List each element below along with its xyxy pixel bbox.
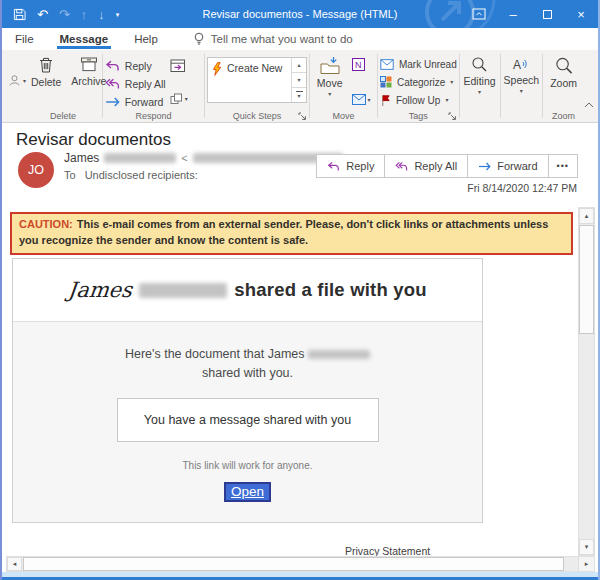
gallery-scroll-down[interactable]: ▾ bbox=[292, 73, 306, 88]
rules-button[interactable]: ▾ bbox=[352, 94, 371, 105]
quick-steps-group-label: Quick Steps bbox=[205, 111, 309, 121]
tab-file[interactable]: File bbox=[2, 30, 47, 49]
save-icon[interactable] bbox=[13, 8, 26, 21]
scroll-up-button[interactable]: ▴ bbox=[579, 208, 594, 224]
editing-button[interactable]: Editing ▾ bbox=[459, 55, 501, 96]
vertical-scroll-thumb[interactable] bbox=[579, 225, 594, 334]
ribbon-tab-row: File Message Help Tell me what you want … bbox=[2, 28, 598, 50]
tab-message[interactable]: Message bbox=[47, 30, 122, 49]
dialog-launcher-icon[interactable] bbox=[298, 112, 307, 121]
header-reply-all-label: Reply All bbox=[414, 160, 457, 172]
delete-label: Delete bbox=[31, 76, 61, 88]
redacted-sender-surname bbox=[104, 153, 176, 163]
redacted-heading-name bbox=[139, 283, 227, 298]
forward-button[interactable]: Forward bbox=[105, 93, 166, 111]
gallery-more-button[interactable]: ▾ bbox=[292, 88, 306, 102]
header-reply-label: Reply bbox=[346, 160, 374, 172]
header-reply-all-button[interactable]: Reply All bbox=[384, 154, 468, 178]
share-card: Here's the document that James shared wi… bbox=[13, 321, 482, 522]
recipients-value[interactable]: Undisclosed recipients: bbox=[85, 169, 198, 181]
mark-unread-label: Mark Unread bbox=[399, 59, 457, 70]
move-button[interactable]: Move ▾ bbox=[312, 55, 348, 98]
window-controls: – × bbox=[462, 0, 598, 28]
mark-unread-button[interactable]: Mark Unread bbox=[380, 55, 457, 73]
reply-icon bbox=[105, 60, 120, 72]
ribbon-display-options-button[interactable] bbox=[462, 0, 496, 28]
zoom-magnifier-icon bbox=[554, 56, 574, 75]
scroll-down-button[interactable]: ▾ bbox=[579, 539, 594, 555]
quick-steps-group: Create New ▴ ▾ ▾ Quick Steps bbox=[205, 50, 309, 122]
reply-icon bbox=[327, 161, 340, 172]
outlook-message-window: { "titlebar": { "title": "Revisar docume… bbox=[0, 0, 600, 580]
more-respond-actions-button[interactable]: ▾ bbox=[170, 93, 188, 105]
header-reply-button[interactable]: Reply bbox=[316, 154, 385, 178]
delete-button[interactable]: Delete bbox=[26, 55, 66, 89]
meeting-button[interactable] bbox=[170, 58, 188, 73]
message-header: Revisar documentos JO James < > To Undis… bbox=[2, 123, 598, 207]
header-forward-label: Forward bbox=[497, 160, 537, 172]
quick-access-toolbar: ↶ ↷ ↑ ↓ ▾ bbox=[2, 8, 119, 21]
rules-envelope-icon bbox=[352, 94, 366, 105]
caution-prefix: CAUTION: bbox=[19, 218, 73, 230]
archive-icon bbox=[80, 56, 98, 73]
editing-magnifier-icon bbox=[471, 56, 488, 73]
move-group-label: Move bbox=[310, 111, 377, 121]
speech-group: A Speech ▾ bbox=[500, 50, 542, 122]
ignore-group-collapsed: ▾ bbox=[6, 50, 24, 122]
undo-icon[interactable]: ↶ bbox=[37, 8, 48, 21]
onenote-icon: N bbox=[352, 58, 365, 71]
reply-all-button[interactable]: Reply All bbox=[105, 75, 166, 93]
create-new-quick-step[interactable]: Create New bbox=[208, 58, 291, 102]
share-actions-icon bbox=[170, 93, 183, 105]
zoom-button[interactable]: Zoom bbox=[545, 55, 582, 90]
move-down-icon: ↓ bbox=[98, 8, 105, 21]
create-new-label: Create New bbox=[227, 62, 282, 74]
close-button[interactable]: × bbox=[564, 0, 598, 28]
svg-text:A: A bbox=[513, 58, 521, 72]
heading-text: shared a file with you bbox=[234, 279, 427, 301]
sender-name[interactable]: James bbox=[64, 151, 99, 165]
maximize-icon bbox=[543, 10, 552, 19]
move-label: Move bbox=[317, 77, 343, 89]
forward-icon bbox=[478, 162, 491, 171]
scroll-left-icon: ◂ bbox=[13, 560, 17, 568]
horizontal-scroll-thumb[interactable] bbox=[23, 557, 564, 571]
dialog-launcher-icon[interactable] bbox=[448, 112, 457, 121]
customize-qat-icon[interactable]: ▾ bbox=[116, 11, 120, 18]
open-link[interactable]: Open bbox=[224, 482, 271, 502]
reply-button[interactable]: Reply bbox=[105, 57, 166, 75]
scroll-up-icon: ▴ bbox=[297, 62, 300, 68]
quick-steps-gallery: Create New ▴ ▾ ▾ bbox=[207, 57, 307, 103]
collapse-ribbon-button[interactable] bbox=[584, 102, 594, 108]
chevron-down-icon: ▾ bbox=[445, 97, 448, 103]
scroll-right-button[interactable]: ▸ bbox=[578, 556, 595, 572]
sender-avatar[interactable]: JO bbox=[18, 152, 54, 188]
maximize-button[interactable] bbox=[530, 0, 564, 28]
header-forward-button[interactable]: Forward bbox=[467, 154, 548, 178]
vertical-scrollbar[interactable]: ▴ ▾ bbox=[578, 207, 595, 556]
gallery-scroll-up[interactable]: ▴ bbox=[292, 58, 306, 73]
horizontal-scrollbar[interactable]: ◂ bbox=[6, 556, 581, 572]
editing-label: Editing bbox=[464, 75, 496, 87]
tab-help[interactable]: Help bbox=[121, 30, 171, 49]
scroll-down-icon: ▾ bbox=[585, 543, 589, 551]
to-label: To bbox=[64, 169, 76, 181]
speech-button[interactable]: A Speech ▾ bbox=[499, 55, 545, 95]
send-to-onenote-button[interactable]: N bbox=[352, 58, 371, 71]
flag-icon bbox=[380, 94, 391, 107]
delete-group-label: Delete bbox=[24, 111, 102, 121]
move-group: Move ▾ N ▾ Move bbox=[310, 50, 377, 122]
chevron-down-icon: ▾ bbox=[478, 89, 481, 95]
lightbulb-icon bbox=[193, 32, 205, 47]
minimize-button[interactable]: – bbox=[496, 0, 530, 28]
scroll-left-button[interactable]: ◂ bbox=[7, 557, 22, 571]
share-heading: James shared a file with you bbox=[13, 259, 482, 321]
categorize-button[interactable]: Categorize ▾ bbox=[380, 73, 457, 91]
chevron-up-icon bbox=[584, 102, 594, 108]
message-subject: Revisar documentos bbox=[16, 130, 171, 150]
tell-me-box[interactable]: Tell me what you want to do bbox=[193, 32, 353, 47]
categorize-icon bbox=[380, 76, 392, 88]
more-actions-button[interactable]: ••• bbox=[548, 154, 578, 178]
scroll-up-icon: ▴ bbox=[585, 212, 589, 220]
follow-up-button[interactable]: Follow Up ▾ bbox=[380, 91, 457, 109]
